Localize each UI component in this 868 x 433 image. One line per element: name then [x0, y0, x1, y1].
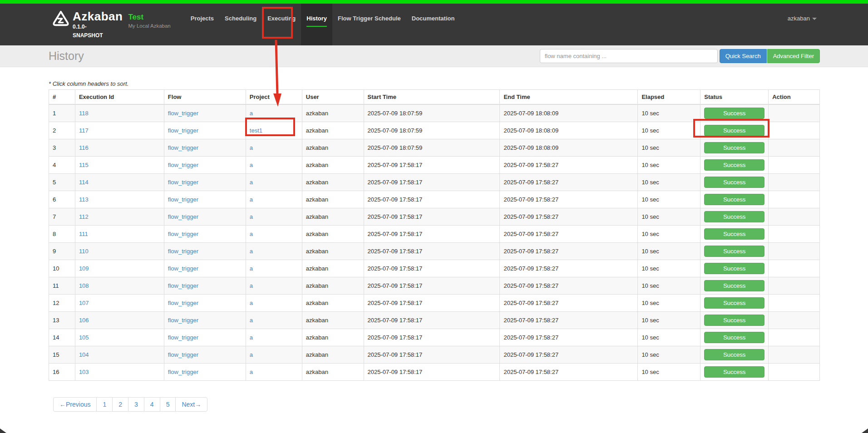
flow-link[interactable]: flow_trigger	[168, 282, 198, 289]
flow-link[interactable]: flow_trigger	[168, 144, 198, 151]
project-link[interactable]: a	[250, 213, 253, 220]
cell-flow: flow_trigger	[164, 104, 246, 122]
flow-link[interactable]: flow_trigger	[168, 334, 198, 341]
status-badge: Success	[704, 332, 764, 343]
nav-item-documentation[interactable]: Documentation	[406, 4, 460, 45]
pagination-next[interactable]: Next→	[175, 397, 207, 412]
cell-num: 10	[49, 260, 75, 277]
flow-link[interactable]: flow_trigger	[168, 110, 198, 117]
execution-id-link[interactable]: 106	[79, 317, 89, 324]
cell-start-time: 2025-07-09 17:58:17	[364, 226, 500, 243]
flow-link[interactable]: flow_trigger	[168, 196, 198, 203]
flow-link[interactable]: flow_trigger	[168, 248, 198, 255]
column-header-start-time[interactable]: Start Time	[364, 90, 500, 105]
project-link[interactable]: a	[250, 231, 253, 237]
search-input[interactable]	[540, 49, 718, 63]
cell-elapsed: 10 sec	[638, 191, 700, 208]
cell-elapsed: 10 sec	[638, 208, 700, 226]
flow-link[interactable]: flow_trigger	[168, 265, 198, 272]
cell-elapsed: 10 sec	[638, 364, 700, 381]
column-header-elapsed[interactable]: Elapsed	[638, 90, 700, 105]
quick-search-button[interactable]: Quick Search	[720, 49, 767, 63]
column-header-flow[interactable]: Flow	[164, 90, 246, 105]
pagination-5[interactable]: 5	[160, 397, 176, 412]
column-header-user[interactable]: User	[302, 90, 364, 105]
table-row: 12107flow_triggeraazkaban2025-07-09 17:5…	[49, 295, 820, 312]
brand[interactable]: Azkaban 0.1.0- SNAPSHOT	[52, 10, 123, 45]
flow-link[interactable]: flow_trigger	[168, 213, 198, 220]
cell-end-time: 2025-07-09 17:58:27	[500, 243, 638, 260]
execution-id-link[interactable]: 103	[79, 369, 89, 375]
cell-action	[769, 174, 820, 191]
execution-id-link[interactable]: 107	[79, 300, 89, 306]
cell-project: test1	[246, 122, 302, 139]
flow-link[interactable]: flow_trigger	[168, 351, 198, 358]
execution-id-link[interactable]: 114	[79, 179, 89, 186]
project-link[interactable]: a	[250, 351, 253, 358]
column-header-end-time[interactable]: End Time	[500, 90, 638, 105]
flow-link[interactable]: flow_trigger	[168, 179, 198, 186]
execution-id-link[interactable]: 117	[79, 127, 89, 134]
execution-id-link[interactable]: 111	[79, 231, 88, 237]
nav-item-flow-trigger-schedule[interactable]: Flow Trigger Schedule	[332, 4, 406, 45]
project-link[interactable]: a	[250, 369, 253, 375]
nav-item-executing[interactable]: Executing	[262, 4, 301, 45]
execution-id-link[interactable]: 118	[79, 110, 89, 117]
nav-item-label: History	[306, 15, 327, 27]
cell-execution-id: 105	[75, 329, 164, 346]
pagination-4[interactable]: 4	[144, 397, 160, 412]
project-link[interactable]: a	[250, 300, 253, 306]
cell-start-time: 2025-07-09 17:58:17	[364, 346, 500, 364]
table-row: 16103flow_triggeraazkaban2025-07-09 17:5…	[49, 364, 820, 381]
pagination-1[interactable]: 1	[96, 397, 113, 412]
column-header-status[interactable]: Status	[700, 90, 769, 105]
flow-link[interactable]: flow_trigger	[168, 317, 198, 324]
cell-status: Success	[700, 295, 769, 312]
flow-link[interactable]: flow_trigger	[168, 300, 198, 306]
flow-link[interactable]: flow_trigger	[168, 162, 198, 168]
project-link[interactable]: a	[250, 196, 253, 203]
project-link[interactable]: a	[250, 179, 253, 186]
execution-id-link[interactable]: 104	[79, 351, 89, 358]
pagination-2[interactable]: 2	[112, 397, 128, 412]
cell-num: 13	[49, 312, 75, 329]
flow-link[interactable]: flow_trigger	[168, 369, 198, 375]
cell-elapsed: 10 sec	[638, 260, 700, 277]
advanced-filter-button[interactable]: Advanced Filter	[767, 49, 820, 63]
project-link[interactable]: a	[250, 144, 253, 151]
project-link[interactable]: a	[250, 334, 253, 341]
project-link[interactable]: test1	[250, 127, 262, 134]
column-header-action[interactable]: Action	[769, 90, 820, 105]
column-header-project[interactable]: Project	[246, 90, 302, 105]
execution-id-link[interactable]: 113	[79, 196, 89, 203]
pagination-previous[interactable]: ←Previous	[53, 397, 97, 412]
nav-item-scheduling[interactable]: Scheduling	[219, 4, 262, 45]
execution-id-link[interactable]: 105	[79, 334, 89, 341]
execution-id-link[interactable]: 110	[79, 248, 89, 255]
execution-id-link[interactable]: 116	[79, 144, 89, 151]
project-link[interactable]: a	[250, 162, 253, 168]
column-header-execution-id[interactable]: Execution Id	[75, 90, 164, 105]
project-link[interactable]: a	[250, 317, 253, 324]
project-link[interactable]: a	[250, 282, 253, 289]
nav-item-history[interactable]: History	[301, 4, 332, 45]
execution-id-link[interactable]: 112	[79, 213, 89, 220]
project-link[interactable]: a	[250, 248, 253, 255]
nav-item-projects[interactable]: Projects	[185, 4, 219, 45]
table-row: 15104flow_triggeraazkaban2025-07-09 17:5…	[49, 346, 820, 364]
execution-id-link[interactable]: 115	[79, 162, 89, 168]
pagination-3[interactable]: 3	[128, 397, 144, 412]
status-badge: Success	[704, 366, 764, 378]
flow-link[interactable]: flow_trigger	[168, 127, 198, 134]
user-menu[interactable]: azkaban	[788, 4, 817, 45]
column-header-num[interactable]: #	[49, 90, 75, 105]
execution-id-link[interactable]: 108	[79, 282, 89, 289]
cell-action	[769, 260, 820, 277]
execution-id-link[interactable]: 109	[79, 265, 89, 272]
cell-end-time: 2025-07-09 17:58:27	[500, 191, 638, 208]
cell-project: a	[246, 174, 302, 191]
project-link[interactable]: a	[250, 265, 253, 272]
project-link[interactable]: a	[250, 110, 253, 117]
flow-link[interactable]: flow_trigger	[168, 231, 198, 237]
cell-action	[769, 277, 820, 295]
